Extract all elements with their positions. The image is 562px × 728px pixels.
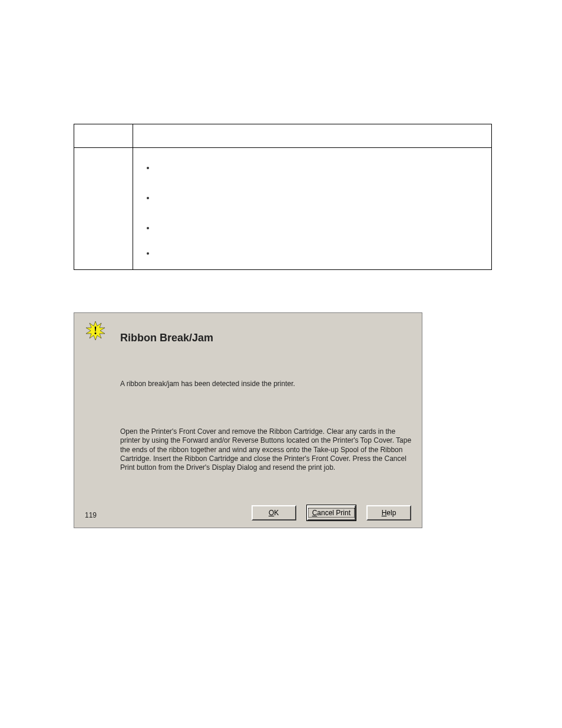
table-header-left [74,124,133,148]
dialog-instructions: Open the Printer's Front Cover and remov… [120,427,415,473]
dialog-error-code: 119 [85,511,97,519]
ok-button-label-rest: K [274,509,279,517]
cancel-button-label-rest: ancel Print [317,509,351,517]
ok-button[interactable]: OK [252,505,296,521]
help-button-label-rest: elp [386,509,396,517]
dialog-message: A ribbon break/jam has been detected ins… [120,380,403,388]
warning-icon: ! [86,321,105,340]
document-page: ! Ribbon Break/Jam A ribbon break/jam ha… [0,0,562,728]
dialog-button-row: OK Cancel Print Help [252,505,411,521]
bullet-item [156,223,485,233]
table-header-right [133,124,491,148]
table-body-right [133,148,491,270]
error-dialog: ! Ribbon Break/Jam A ribbon break/jam ha… [74,312,422,528]
bullet-list [156,163,485,259]
table-header-row [74,124,492,148]
table-body-row [74,148,492,270]
cancel-print-button[interactable]: Cancel Print [307,505,356,521]
instruction-table [74,124,492,270]
bullet-item [156,193,485,203]
bullet-item [156,163,485,173]
table-body-left [74,148,133,270]
bullet-item [156,249,485,259]
dialog-title: Ribbon Break/Jam [120,332,213,344]
svg-text:!: ! [94,325,97,337]
help-button[interactable]: Help [366,505,411,521]
